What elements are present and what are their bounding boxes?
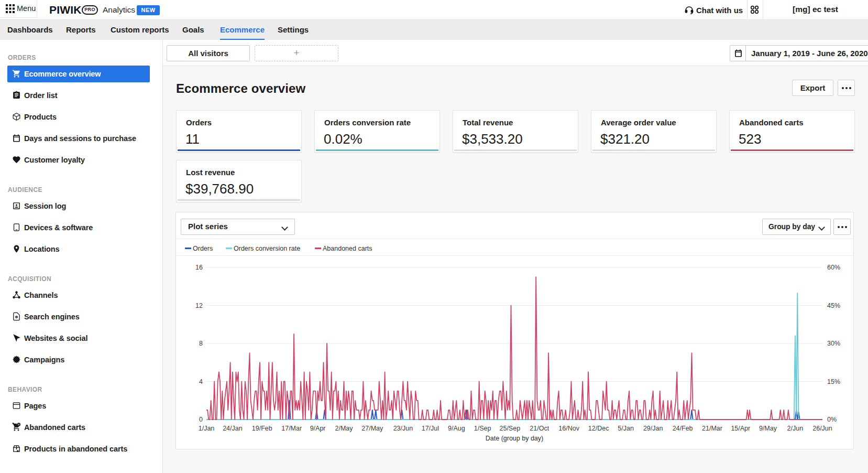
svg-text:2/May: 2/May [335, 425, 353, 432]
svg-text:21/Oct: 21/Oct [530, 425, 549, 432]
svg-text:4: 4 [199, 378, 203, 385]
svg-text:2/Jun: 2/Jun [787, 425, 804, 432]
svg-text:1/Jan: 1/Jan [199, 425, 215, 432]
svg-text:0%: 0% [827, 416, 837, 423]
svg-text:60%: 60% [827, 264, 840, 271]
svg-text:12: 12 [195, 302, 203, 309]
svg-text:0: 0 [199, 416, 203, 423]
svg-text:17/Jul: 17/Jul [422, 425, 439, 432]
svg-text:1/Sep: 1/Sep [474, 425, 491, 432]
svg-text:8: 8 [199, 340, 203, 347]
svg-text:9/Apr: 9/Apr [310, 425, 326, 432]
svg-text:26/Jun: 26/Jun [812, 425, 832, 432]
svg-text:16: 16 [195, 264, 203, 271]
svg-text:23/Jun: 23/Jun [393, 425, 413, 432]
svg-text:9/May: 9/May [759, 425, 777, 432]
svg-text:19/Feb: 19/Feb [252, 425, 272, 432]
svg-text:45%: 45% [827, 302, 840, 309]
svg-text:9/Aug: 9/Aug [448, 425, 465, 432]
svg-text:15/Apr: 15/Apr [731, 425, 750, 432]
svg-text:24/Feb: 24/Feb [673, 425, 693, 432]
svg-text:15%: 15% [827, 378, 840, 385]
svg-text:5/Jan: 5/Jan [618, 425, 634, 432]
svg-text:25/Sep: 25/Sep [499, 425, 520, 432]
svg-text:27/May: 27/May [361, 425, 383, 432]
svg-text:17/Mar: 17/Mar [281, 425, 302, 432]
svg-text:21/Mar: 21/Mar [702, 425, 722, 432]
svg-text:24/Jan: 24/Jan [223, 425, 243, 432]
svg-text:29/Jan: 29/Jan [643, 425, 663, 432]
svg-text:30%: 30% [827, 340, 840, 347]
svg-text:16/Nov: 16/Nov [558, 425, 579, 432]
svg-text:Date (group by day): Date (group by day) [486, 435, 543, 442]
svg-text:12/Dec: 12/Dec [588, 425, 609, 432]
